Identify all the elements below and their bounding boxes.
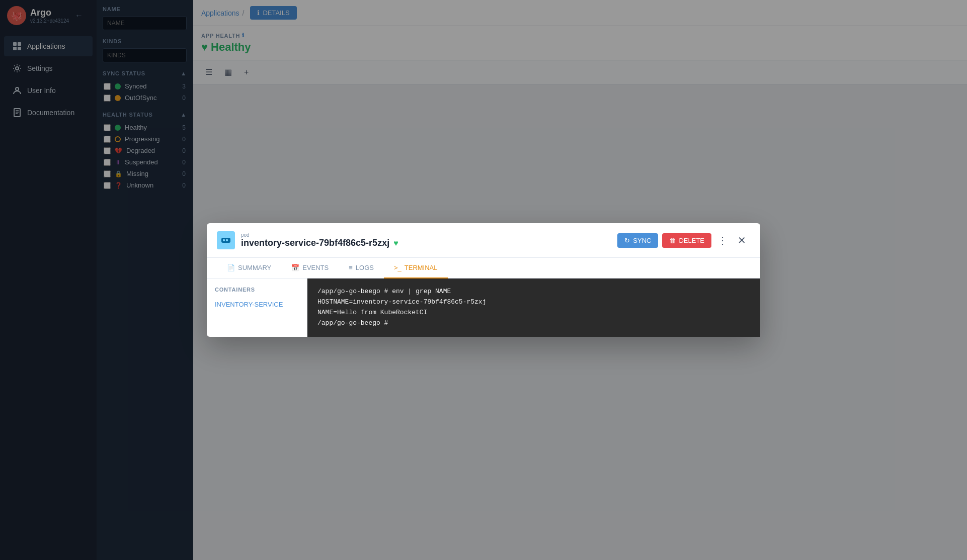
- modal-tabs: 📄 SUMMARY 📅 EVENTS ≡ LOGS >_ TERMINAL: [207, 258, 760, 278]
- modal-title-section: pod inventory-service-79bf4f86c5-r5zxj ♥: [241, 232, 398, 248]
- sync-icon: ↻: [624, 237, 630, 244]
- trash-icon: 🗑: [669, 237, 676, 244]
- main-area: Applications / ℹ DETAILS APP HEALTH ℹ ♥ …: [193, 0, 967, 560]
- svg-rect-11: [223, 239, 225, 241]
- more-options-button[interactable]: ⋮: [715, 232, 730, 248]
- terminal-icon: >_: [394, 264, 401, 271]
- modal-subtitle: pod: [241, 232, 398, 238]
- terminal-line-4: /app/go-go-beego #: [317, 318, 750, 329]
- modal-header: pod inventory-service-79bf4f86c5-r5zxj ♥…: [207, 223, 760, 258]
- modal-actions: ↻ SYNC 🗑 DELETE ⋮ ✕: [617, 232, 750, 248]
- tab-summary[interactable]: 📄 SUMMARY: [217, 258, 281, 278]
- sync-button[interactable]: ↻ SYNC: [617, 233, 658, 248]
- tab-terminal[interactable]: >_ TERMINAL: [384, 258, 448, 278]
- pod-icon: [217, 231, 235, 249]
- modal-title: inventory-service-79bf4f86c5-r5zxj ♥: [241, 238, 398, 248]
- terminal-area[interactable]: /app/go-go-beego # env | grep NAME HOSTN…: [307, 278, 760, 336]
- events-icon: 📅: [291, 264, 299, 271]
- containers-label: CONTAINERS: [215, 287, 299, 293]
- summary-icon: 📄: [227, 264, 235, 271]
- close-button[interactable]: ✕: [734, 232, 750, 248]
- terminal-line-2: HOSTNAME=inventory-service-79bf4f86c5-r5…: [317, 297, 750, 308]
- tab-logs[interactable]: ≡ LOGS: [339, 258, 384, 278]
- svg-rect-12: [226, 239, 228, 241]
- modal-dialog: pod inventory-service-79bf4f86c5-r5zxj ♥…: [207, 223, 760, 336]
- terminal-line-1: /app/go-go-beego # env | grep NAME: [317, 287, 750, 297]
- delete-button[interactable]: 🗑 DELETE: [662, 233, 711, 248]
- modal-body: CONTAINERS INVENTORY-SERVICE /app/go-go-…: [207, 278, 760, 336]
- terminal-line-3: NAME=Hello from KubeRocketCI: [317, 308, 750, 318]
- containers-panel: CONTAINERS INVENTORY-SERVICE: [207, 278, 307, 336]
- modal-overlay[interactable]: pod inventory-service-79bf4f86c5-r5zxj ♥…: [193, 0, 967, 560]
- tab-events[interactable]: 📅 EVENTS: [281, 258, 339, 278]
- logs-icon: ≡: [349, 264, 353, 271]
- container-item-inventory[interactable]: INVENTORY-SERVICE: [215, 299, 299, 310]
- modal-health-icon: ♥: [393, 239, 398, 248]
